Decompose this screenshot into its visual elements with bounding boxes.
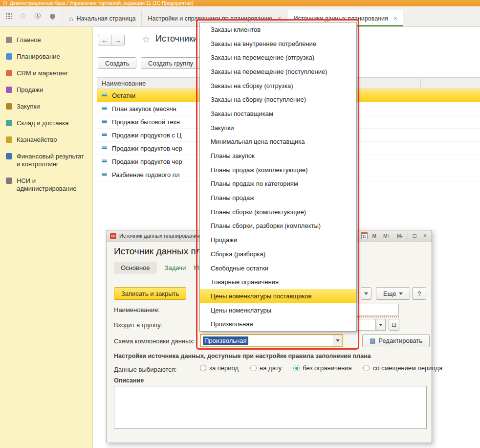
dialog-heading: Источник данных пл: [114, 246, 201, 257]
row-label: План закупок (месячн: [112, 105, 176, 112]
notifications-button[interactable]: [46, 9, 59, 22]
radio-label: за период: [209, 364, 239, 372]
dropdown-item[interactable]: Товарные ограничения: [200, 275, 356, 289]
dropdown-item[interactable]: Цены номенклатуры: [200, 303, 356, 317]
close-icon[interactable]: ×: [278, 15, 282, 22]
crm-icon: [6, 70, 12, 76]
sidebar-item-nsi[interactable]: НСИ и администрирование: [0, 173, 92, 197]
sidebar-item-label: НСИ и администрирование: [17, 177, 88, 193]
close-button[interactable]: ×: [421, 232, 429, 240]
sidebar-item-treasury[interactable]: Казначейство: [0, 132, 92, 148]
dropdown-item[interactable]: Заказы на сборку (отгрузка): [200, 79, 356, 93]
calendar-icon[interactable]: 31: [361, 232, 368, 239]
edit-icon: ▤: [370, 337, 375, 344]
schema-field-label: Схема компоновки данных:: [114, 337, 195, 345]
dropdown-item[interactable]: Планы закупок: [200, 149, 356, 163]
tab-home[interactable]: ⌂ Начальная страница: [63, 10, 142, 26]
planning-icon: [6, 53, 12, 60]
element-dash-icon: [102, 148, 107, 149]
home-icon: ⌂: [69, 15, 73, 22]
maximize-button[interactable]: □: [411, 232, 418, 240]
sidebar-item-planning[interactable]: Планирование: [0, 48, 92, 65]
close-icon[interactable]: ×: [393, 15, 397, 22]
dropdown-item[interactable]: Планы продаж: [200, 191, 356, 205]
description-textarea[interactable]: [114, 386, 427, 429]
radio-za-period[interactable]: за период: [200, 364, 239, 372]
forward-button[interactable]: →: [111, 35, 125, 45]
dropdown-item[interactable]: Заказы поставщикам: [200, 107, 356, 121]
star-icon: ☆: [20, 11, 26, 20]
dropdown-item[interactable]: Продажи: [200, 233, 356, 247]
radio-so-smescheniem[interactable]: со смещением периода: [363, 364, 442, 372]
dropdown-item[interactable]: Заказы на перемещение (поступление): [200, 65, 356, 79]
back-button[interactable]: ←: [98, 35, 111, 45]
tab-main[interactable]: Основное: [114, 262, 157, 274]
favorites-button[interactable]: ☆: [17, 9, 29, 22]
schema-combobox[interactable]: Произвольная: [200, 334, 343, 347]
column-header-label: Наименование: [102, 80, 146, 87]
edit-label: Редактировать: [378, 337, 422, 344]
sidebar-item-main[interactable]: Главное: [0, 32, 92, 48]
sidebar-item-crm[interactable]: CRM и маркетинг: [0, 65, 92, 82]
sales-icon: [6, 87, 12, 93]
main-icon: [6, 37, 12, 43]
row-label: Разбиение годового пл: [112, 171, 180, 179]
window-titlebar: Демонстрационная база / Управление торго…: [0, 0, 480, 6]
combo-arrow-button[interactable]: [333, 335, 342, 346]
dropdown-item[interactable]: Закупки: [200, 121, 356, 135]
element-dash-icon: [102, 108, 107, 110]
edit-schema-button[interactable]: ▤ Редактировать: [362, 334, 430, 347]
group-open-button[interactable]: ⊡: [389, 319, 399, 331]
dropdown-item[interactable]: Планы сборки (комплектующие): [200, 205, 356, 219]
split-dropdown-button[interactable]: [361, 287, 371, 300]
row-label: Продажи продуктов чер: [112, 145, 182, 152]
more-button[interactable]: Еще: [376, 287, 410, 300]
dropdown-item[interactable]: Планы продаж по категориям: [200, 177, 356, 191]
sidebar-item-sales[interactable]: Продажи: [0, 82, 92, 98]
dropdown-item[interactable]: Планы сборки, разборки (комплекты): [200, 219, 356, 233]
group-field-label: Входит в группу:: [114, 321, 162, 329]
dropdown-item[interactable]: Заказы на перемещение (отгрузка): [200, 50, 356, 65]
chevron-down-icon: [399, 292, 403, 295]
bell-icon: [50, 14, 55, 18]
dropdown-item[interactable]: Заказы на сборку (поступление): [200, 92, 356, 107]
help-button[interactable]: ?: [412, 287, 426, 300]
radio-bez-ogranicheniya[interactable]: без ограничения: [293, 364, 351, 372]
element-dash-icon: [102, 121, 107, 123]
memory-m-plus-button[interactable]: M+: [381, 232, 392, 240]
dropdown-item[interactable]: Заказы на внутреннее потребление: [200, 37, 356, 51]
sidebar-item-purchases[interactable]: Закупки: [0, 98, 92, 115]
memory-m-minus-button[interactable]: M-: [395, 232, 405, 240]
sidebar-item-label: Продажи: [17, 86, 43, 94]
save-and-close-button[interactable]: Записать и закрыть: [114, 287, 186, 300]
dropdown-item[interactable]: Свободные остатки: [200, 261, 356, 275]
sidebar-item-finance[interactable]: Финансовый результат и контроллинг: [0, 148, 92, 173]
dropdown-item[interactable]: Сборка (разборка): [200, 247, 356, 261]
warehouse-icon: [6, 120, 12, 126]
dropdown-item[interactable]: Произвольная: [200, 317, 356, 331]
treasury-icon: [6, 136, 12, 143]
memory-m-button[interactable]: M: [371, 232, 378, 240]
dropdown-item[interactable]: Минимальная цена поставщика: [200, 135, 356, 149]
sidebar-item-warehouse[interactable]: Склад и доставка: [0, 115, 92, 132]
tab-tasks-link[interactable]: Задачи: [165, 264, 186, 271]
more-label: Еще: [383, 290, 396, 297]
create-group-button[interactable]: Создать группу: [141, 57, 200, 69]
radio-na-datu[interactable]: на дату: [250, 364, 282, 372]
create-button[interactable]: Создать: [98, 57, 136, 69]
sidebar-item-label: Главное: [17, 36, 41, 44]
group-dropdown-button[interactable]: [376, 319, 386, 331]
tab-label: Источники данных планирования: [293, 15, 388, 22]
finance-icon: [6, 153, 12, 159]
dropdown-item-highlighted[interactable]: Цены номенклатуры поставщиков: [200, 289, 356, 303]
main-menu-button[interactable]: [2, 9, 15, 22]
history-button[interactable]: [31, 9, 44, 22]
radio-label: без ограничения: [303, 364, 351, 372]
row-label: Продажи продуктов чер: [112, 158, 182, 165]
dropdown-item[interactable]: Заказы клиентов: [200, 22, 356, 37]
dropdown-item[interactable]: Планы продаж (комплектующие): [200, 163, 356, 177]
radio-label: со смещением периода: [372, 364, 442, 372]
element-dash-icon: [102, 161, 107, 162]
favorite-star-icon[interactable]: ☆: [142, 34, 150, 45]
sidebar-item-label: CRM и маркетинг: [17, 69, 68, 77]
